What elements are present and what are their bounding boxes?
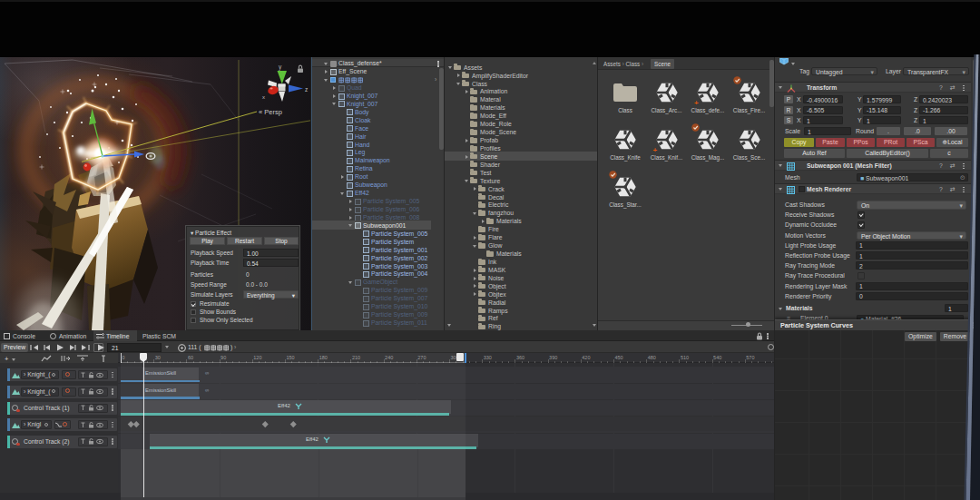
svg-text:« Persp: « Persp bbox=[259, 108, 282, 116]
svg-text:y: y bbox=[279, 64, 282, 71]
svg-text:x: x bbox=[262, 94, 265, 100]
svg-text:z: z bbox=[305, 86, 308, 93]
